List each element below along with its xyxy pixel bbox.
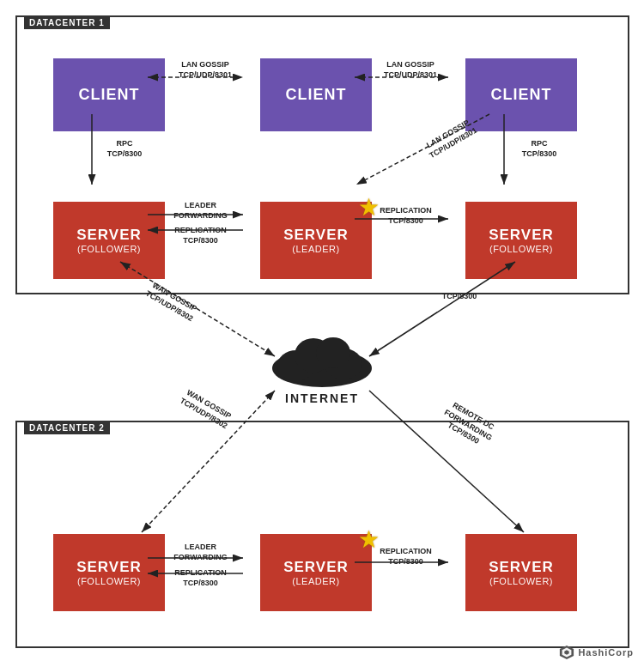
replication-label-4: REPLICATION TCP/8300: [365, 547, 447, 567]
hashicorp-logo: HashiCorp: [559, 645, 634, 660]
server-box-dc1-leader: SERVER (LEADER): [260, 202, 372, 279]
svg-point-4: [316, 337, 350, 368]
main-container: DATACENTER 1 CLIENT CLIENT CLIENT SERVER…: [0, 0, 644, 667]
internet-cloud: INTERNET: [249, 324, 395, 410]
server-box-dc2-follower2: SERVER (FOLLOWER): [465, 534, 577, 611]
replication-label-2: REPLICATION TCP/8300: [365, 206, 447, 226]
datacenter2-box: DATACENTER 2 SERVER (FOLLOWER) SERVER (L…: [15, 421, 629, 648]
rpc-label-2: RPC TCP/8300: [513, 139, 565, 159]
replication-label-3: REPLICATION TCP/8300: [160, 568, 241, 588]
server-box-dc1-follower1: SERVER (FOLLOWER): [53, 202, 165, 279]
datacenter1-label: DATACENTER 1: [24, 16, 110, 29]
leader-fwd-label-2: LEADER FORWARDING: [160, 543, 241, 562]
cloud-svg: [266, 330, 378, 390]
client-box-1: CLIENT: [53, 58, 165, 131]
datacenter2-label: DATACENTER 2: [24, 421, 110, 434]
server-box-dc2-leader: SERVER (LEADER): [260, 534, 372, 611]
server-box-dc1-follower2: SERVER (FOLLOWER): [465, 202, 577, 279]
hashicorp-icon: [559, 645, 574, 660]
server-box-dc2-follower1: SERVER (FOLLOWER): [53, 534, 165, 611]
client-box-2: CLIENT: [260, 58, 372, 131]
internet-label: INTERNET: [285, 391, 359, 405]
lan-gossip-label-1: LAN GOSSIP TCP/UDP/8301: [167, 60, 244, 80]
replication-label-1: REPLICATION TCP/8300: [160, 226, 241, 246]
tcp8300-label-1: TCP/8300: [429, 292, 489, 302]
leader-fwd-label-1: LEADER FORWARDING: [160, 201, 241, 221]
rpc-label-1: RPC TCP/8300: [99, 139, 150, 159]
lan-gossip-label-2: LAN GOSSIP TCP/UDP/8301: [372, 60, 449, 80]
